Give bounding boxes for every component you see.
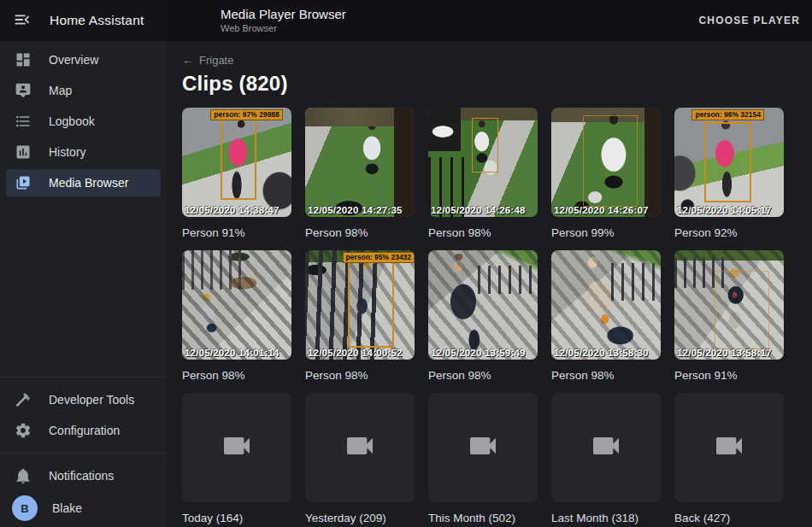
- sidebar-profile[interactable]: B Blake: [6, 491, 161, 525]
- panel-title: Media Player Browser: [221, 7, 346, 23]
- user-name: Blake: [52, 501, 82, 515]
- sidebar-item-label: Configuration: [49, 424, 120, 437]
- folder-thumbnail[interactable]: [674, 393, 784, 502]
- folder-thumbnail[interactable]: [305, 393, 415, 502]
- clip-item[interactable]: 12/05/2020 13:58:17 Person 91%: [674, 250, 784, 383]
- folder-item-yesterday[interactable]: Yesterday (209): [305, 393, 415, 525]
- folder-caption: This Month (502): [428, 511, 538, 525]
- folder-caption: Today (164): [182, 511, 291, 525]
- clip-thumbnail[interactable]: 12/05/2020 13:59:49: [428, 250, 538, 360]
- clip-thumbnail[interactable]: person: 97% 29988 12/05/2020 14:38:47: [182, 108, 291, 217]
- sidebar-item-label: Overview: [49, 53, 98, 67]
- sidebar-item-label: Developer Tools: [49, 393, 134, 407]
- sidebar-item-history[interactable]: History: [6, 138, 161, 166]
- map-account-icon: [15, 82, 32, 99]
- clip-timestamp: 12/05/2020 14:01:14: [185, 348, 291, 358]
- logbook-list-icon: [15, 113, 32, 130]
- sidebar: Overview Map Logbook History: [0, 41, 167, 527]
- folder-item-this-month[interactable]: This Month (502): [428, 393, 538, 525]
- clip-thumbnail[interactable]: 12/05/2020 14:27:35: [305, 108, 415, 217]
- detection-box: [348, 258, 394, 348]
- avatar: B: [12, 495, 38, 521]
- clip-caption: Person 91%: [182, 225, 291, 240]
- menu-toggle-button[interactable]: [12, 10, 32, 31]
- folder-caption: Back (427): [674, 511, 784, 525]
- clip-caption: Person 98%: [428, 368, 538, 383]
- clip-item[interactable]: person: 96% 32154 12/05/2020 14:05:17 Pe…: [674, 108, 784, 240]
- folder-item-back[interactable]: Back (427): [674, 393, 784, 525]
- clip-thumbnail[interactable]: person: 95% 23432 12/05/2020 14:00:52: [305, 250, 415, 360]
- clips-grid: person: 97% 29988 12/05/2020 14:38:47 Pe…: [182, 108, 812, 525]
- clip-timestamp: 12/05/2020 14:26:48: [431, 205, 538, 215]
- page-title: Clips (820): [182, 72, 812, 96]
- home-assistant-app: Home Assistant Media Player Browser Web …: [0, 0, 812, 527]
- media-browser-icon: [15, 174, 32, 191]
- detection-box: [221, 116, 256, 199]
- sidebar-item-media-browser[interactable]: Media Browser: [6, 169, 161, 196]
- clip-item[interactable]: 12/05/2020 13:59:49 Person 98%: [428, 250, 538, 383]
- breadcrumb-back[interactable]: ← Frigate: [182, 53, 233, 67]
- clip-thumbnail[interactable]: 12/05/2020 13:58:17: [674, 250, 784, 360]
- view-dashboard-icon: [15, 51, 32, 68]
- folder-thumbnail[interactable]: [182, 393, 291, 502]
- folder-thumbnail[interactable]: [551, 393, 661, 502]
- clip-timestamp: 12/05/2020 14:26:07: [554, 205, 661, 215]
- sidebar-item-overview[interactable]: Overview: [6, 46, 161, 73]
- detection-box: [704, 122, 751, 203]
- video-icon: [217, 429, 256, 466]
- history-chart-icon: [15, 143, 32, 161]
- clip-timestamp: 12/05/2020 13:59:49: [431, 348, 538, 358]
- breadcrumb-label: Frigate: [199, 54, 233, 67]
- clip-caption: Person 99%: [551, 225, 661, 240]
- folder-caption: Last Month (318): [551, 511, 661, 525]
- clip-caption: Person 91%: [674, 368, 784, 383]
- clip-item[interactable]: 12/05/2020 14:01:14 Person 98%: [182, 250, 291, 383]
- clip-item[interactable]: 12/05/2020 14:27:35 Person 98%: [305, 108, 415, 240]
- folder-item-last-month[interactable]: Last Month (318): [551, 393, 661, 525]
- bell-icon: [15, 467, 32, 484]
- clip-caption: Person 98%: [428, 225, 538, 240]
- clip-thumbnail[interactable]: 12/05/2020 14:01:14: [182, 250, 291, 360]
- folder-item-today[interactable]: Today (164): [182, 393, 291, 525]
- sidebar-item-label: Map: [49, 84, 72, 97]
- video-icon: [463, 429, 503, 466]
- clip-timestamp: 12/05/2020 14:27:35: [308, 205, 415, 215]
- choose-player-button[interactable]: CHOOSE PLAYER: [698, 15, 800, 26]
- detection-label: person: 97% 29988: [210, 109, 283, 120]
- hammer-icon: [15, 391, 32, 408]
- clip-thumbnail[interactable]: 12/05/2020 14:26:48: [428, 108, 538, 217]
- clip-thumbnail[interactable]: 12/05/2020 13:58:30: [551, 250, 661, 360]
- panel-header: Media Player Browser Web Browser: [221, 7, 346, 35]
- clip-timestamp: 12/05/2020 14:00:52: [308, 348, 415, 358]
- folder-thumbnail[interactable]: [428, 393, 538, 502]
- clip-item[interactable]: person: 97% 29988 12/05/2020 14:38:47 Pe…: [182, 108, 291, 240]
- sidebar-header: Home Assistant: [0, 0, 167, 41]
- clip-timestamp: 12/05/2020 14:05:17: [677, 205, 784, 215]
- detection-label: person: 96% 32154: [691, 109, 764, 120]
- clip-timestamp: 12/05/2020 14:38:47: [185, 205, 291, 215]
- clip-thumbnail[interactable]: 12/05/2020 14:26:07: [551, 108, 661, 217]
- detection-box: [472, 118, 498, 173]
- video-icon: [586, 429, 626, 466]
- clip-item[interactable]: 12/05/2020 14:26:48 Person 98%: [428, 108, 538, 240]
- panel-subtitle: Web Browser: [221, 23, 346, 35]
- media-browser-content: ← Frigate Clips (820) person: 97% 29988 …: [167, 41, 812, 527]
- clip-caption: Person 98%: [305, 225, 415, 240]
- detection-box: [583, 115, 638, 208]
- video-icon: [709, 429, 749, 466]
- menu-open-icon: [13, 19, 32, 32]
- sidebar-item-developer-tools[interactable]: Developer Tools: [6, 386, 161, 413]
- clip-item[interactable]: 12/05/2020 14:26:07 Person 99%: [551, 108, 661, 240]
- sidebar-item-label: History: [49, 145, 86, 159]
- sidebar-item-notifications[interactable]: Notifications: [6, 462, 161, 489]
- sidebar-item-map[interactable]: Map: [6, 77, 161, 104]
- top-bar: Home Assistant Media Player Browser Web …: [0, 0, 812, 41]
- clip-item[interactable]: 12/05/2020 13:58:30 Person 98%: [551, 250, 661, 383]
- sidebar-item-configuration[interactable]: Configuration: [6, 417, 161, 444]
- sidebar-item-label: Logbook: [49, 114, 95, 128]
- clip-thumbnail[interactable]: person: 96% 32154 12/05/2020 14:05:17: [674, 108, 784, 217]
- clip-item[interactable]: person: 95% 23432 12/05/2020 14:00:52 Pe…: [305, 250, 415, 383]
- detection-box: [715, 271, 769, 349]
- sidebar-item-label: Notifications: [49, 469, 114, 483]
- sidebar-item-logbook[interactable]: Logbook: [6, 108, 161, 135]
